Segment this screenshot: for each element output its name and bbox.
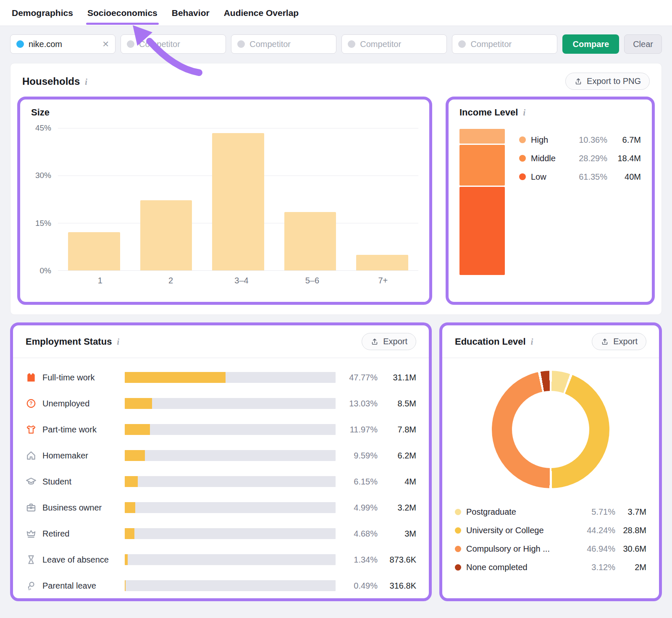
export-button[interactable]: Export — [592, 333, 646, 350]
legend-row: Compulsory or High ... 46.94% 30.6M — [455, 539, 646, 558]
education-level-card: Education Leveli Export Postgraduate 5.7… — [439, 322, 662, 601]
employment-row: Leave of absence 1.34% 873.6K — [26, 551, 416, 568]
tab-behavior[interactable]: Behavior — [172, 0, 210, 26]
house-icon — [26, 450, 37, 461]
competitor-dot-icon — [348, 40, 355, 48]
svg-text:?: ? — [29, 401, 32, 406]
vest-icon — [26, 372, 37, 383]
size-bar-slot — [346, 128, 418, 270]
size-yaxis: 45%30%15%0% — [31, 128, 58, 271]
bar-fill — [125, 502, 135, 513]
bar-fill — [125, 528, 134, 539]
competitor-dot-icon — [237, 40, 245, 48]
bar-track — [125, 476, 336, 487]
legend-dot — [455, 564, 461, 571]
legend-row: Low 61.35% 40M — [519, 168, 641, 186]
bar-fill — [125, 398, 152, 409]
size-bar — [68, 232, 120, 270]
size-x-label: 1 — [65, 276, 135, 285]
export-to-png-button[interactable]: Export to PNG — [565, 73, 650, 90]
competitor-input-3[interactable]: Competitor — [341, 34, 447, 54]
households-title-wrap: Householdsi — [22, 76, 87, 87]
legend-row: None completed 3.12% 2M — [455, 558, 646, 576]
main-domain-input[interactable]: nike.com ✕ — [10, 34, 116, 54]
income-level-card: Income Leveli High 10.36% 6.7M Midd — [446, 97, 655, 305]
bar-track — [125, 554, 336, 565]
employment-row: Part-time work 11.97% 7.8M — [26, 421, 416, 438]
competitor-dot-icon — [127, 40, 134, 48]
bar-track — [125, 450, 336, 461]
competitor-input-4[interactable]: Competitor — [452, 34, 557, 54]
employment-status-card: Employment Statusi Export Full-time work… — [10, 322, 432, 601]
bar-track — [125, 502, 336, 513]
size-title: Size — [31, 107, 50, 118]
size-x-label: 7+ — [348, 276, 418, 285]
graduation-cap-icon — [26, 476, 37, 487]
crown-icon — [26, 528, 37, 539]
competitor-input-1[interactable]: Competitor — [121, 34, 226, 54]
competitor-input-2[interactable]: Competitor — [231, 34, 336, 54]
size-x-label: 3–4 — [206, 276, 277, 285]
size-bar — [140, 200, 192, 270]
income-segment — [459, 129, 505, 144]
employment-row: Homemaker 9.59% 6.2M — [26, 447, 416, 464]
size-bar-slot — [130, 128, 202, 270]
size-bar-slot — [202, 128, 274, 270]
size-bar — [356, 255, 408, 270]
bar-track — [125, 580, 336, 591]
bar-fill — [125, 580, 126, 591]
size-x-label: 5–6 — [277, 276, 347, 285]
bar-fill — [125, 476, 138, 487]
legend-dot — [455, 527, 461, 534]
compare-button[interactable]: Compare — [562, 34, 619, 54]
export-button[interactable]: Export — [362, 333, 416, 350]
bar-fill — [125, 424, 150, 435]
households-title: Households — [22, 76, 80, 87]
bar-fill — [125, 450, 145, 461]
tshirt-icon — [26, 424, 37, 435]
competitor-dot-icon — [458, 40, 466, 48]
upload-icon — [601, 338, 609, 346]
bar-fill — [125, 372, 226, 383]
income-segment — [459, 145, 505, 186]
info-icon[interactable]: i — [85, 77, 87, 86]
size-card: Size 45%30%15%0% 123–45–67+ — [17, 97, 432, 305]
legend-dot — [519, 155, 526, 162]
bar-track — [125, 528, 336, 539]
domain-filter-row: nike.com ✕ Competitor Competitor Competi… — [0, 26, 672, 54]
hourglass-icon — [26, 554, 37, 565]
employment-row: ? Unemployed 13.03% 8.5M — [26, 395, 416, 412]
info-icon[interactable]: i — [523, 108, 525, 117]
main-domain-value: nike.com — [29, 39, 62, 49]
employment-row: Retired 4.68% 3M — [26, 525, 416, 542]
question-circle-icon: ? — [26, 398, 37, 409]
tab-bar: Demographics Socioeconomics Behavior Aud… — [0, 0, 672, 26]
close-icon[interactable]: ✕ — [102, 39, 109, 49]
upload-icon — [370, 338, 379, 346]
legend-row: Postgraduate 5.71% 3.7M — [455, 503, 646, 521]
info-icon[interactable]: i — [117, 337, 119, 346]
employment-row: Business owner 4.99% 3.2M — [26, 499, 416, 516]
bar-fill — [125, 554, 128, 565]
size-bar-slot — [58, 128, 130, 270]
employment-row: Student 6.15% 4M — [26, 473, 416, 490]
size-bars — [58, 128, 418, 270]
tab-socioeconomics[interactable]: Socioeconomics — [87, 0, 158, 26]
education-legend: Postgraduate 5.71% 3.7M University or Co… — [455, 503, 646, 576]
size-bar-slot — [274, 128, 346, 270]
income-stacked-bar — [459, 129, 505, 275]
legend-dot — [519, 173, 526, 180]
tab-demographics[interactable]: Demographics — [12, 0, 73, 26]
size-x-label: 2 — [135, 276, 206, 285]
clear-button[interactable]: Clear — [624, 34, 662, 54]
income-title: Income Level — [459, 107, 518, 118]
size-bar — [212, 133, 264, 270]
legend-row: High 10.36% 6.7M — [519, 131, 641, 149]
socioeconomics-dashboard: Demographics Socioeconomics Behavior Aud… — [0, 0, 672, 618]
bar-track — [125, 424, 336, 435]
info-icon[interactable]: i — [531, 337, 533, 346]
size-plot — [58, 128, 418, 271]
education-title: Education Level — [455, 336, 526, 347]
briefcase-icon — [26, 502, 37, 513]
tab-audience-overlap[interactable]: Audience Overlap — [224, 0, 299, 26]
